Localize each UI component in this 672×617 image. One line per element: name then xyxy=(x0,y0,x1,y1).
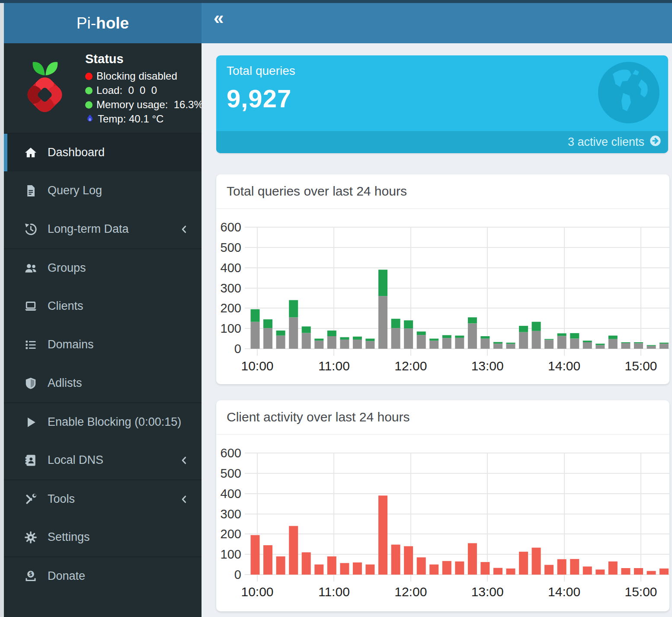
brand-text-light: Pi- xyxy=(77,14,96,32)
sidebar: Status Blocking disabledLoad: 0 0 0Memor… xyxy=(4,43,202,617)
sidebar-item-groups[interactable]: Groups xyxy=(4,248,202,287)
file-icon xyxy=(24,184,38,198)
sidebar-item-label: Clients xyxy=(48,299,83,313)
laptop-icon xyxy=(24,299,38,313)
svg-text:200: 200 xyxy=(221,301,241,315)
svg-text:0: 0 xyxy=(234,342,241,356)
status-text: Status Blocking disabledLoad: 0 0 0Memor… xyxy=(85,52,203,127)
tools-icon xyxy=(24,492,38,506)
sidebar-item-enable-blocking[interactable]: Enable Blocking (0:00:15) xyxy=(4,402,202,441)
queries-chart-header: Total queries over last 24 hours xyxy=(216,174,669,209)
main-header: Pi-hole « xyxy=(4,3,672,43)
gear-icon xyxy=(24,530,38,544)
status-label: Temp: 40.1 °C xyxy=(98,113,163,125)
chevron-left-icon xyxy=(179,224,189,235)
pihole-raspberry-logo-icon xyxy=(22,55,67,125)
address-book-icon xyxy=(24,453,38,467)
status-item-temperature-status: Temp: 40.1 °C xyxy=(85,113,203,125)
svg-text:12:00: 12:00 xyxy=(394,359,427,373)
brand-text-bold: hole xyxy=(96,14,129,32)
client-activity-chart[interactable]: 010020030040050060010:0011:0012:0013:001… xyxy=(216,435,669,610)
sidebar-item-label: Adlists xyxy=(48,376,82,390)
window-top-edge xyxy=(0,0,672,3)
queries-chart-title: Total queries over last 24 hours xyxy=(227,184,407,199)
clients-chart-title: Client activity over last 24 hours xyxy=(227,410,410,424)
active-clients-label: 3 active clients xyxy=(568,135,644,149)
play-icon xyxy=(24,415,38,429)
brand-logo[interactable]: Pi-hole xyxy=(4,3,202,43)
sidebar-item-donate[interactable]: $Donate xyxy=(4,556,202,595)
svg-text:14:00: 14:00 xyxy=(548,585,580,599)
sidebar-item-label: Enable Blocking (0:00:15) xyxy=(48,415,181,429)
svg-text:15:00: 15:00 xyxy=(624,359,657,373)
donate-icon: $ xyxy=(24,569,38,583)
sidebar-item-label: Tools xyxy=(48,492,75,506)
status-label: Memory usage: 16.3% xyxy=(96,99,203,111)
active-clients-link[interactable]: 3 active clients xyxy=(216,131,668,153)
svg-text:14:00: 14:00 xyxy=(548,359,580,373)
sidebar-item-clients[interactable]: Clients xyxy=(4,287,202,325)
svg-text:300: 300 xyxy=(221,507,241,521)
svg-text:400: 400 xyxy=(221,487,241,501)
svg-text:100: 100 xyxy=(221,547,241,561)
total-queries-card: Total queries 9,927 3 active clients xyxy=(216,55,668,153)
sidebar-item-query-log[interactable]: Query Log xyxy=(4,171,202,210)
globe-icon xyxy=(596,60,661,127)
sidebar-item-local-dns[interactable]: Local DNS xyxy=(4,441,202,479)
shield-icon xyxy=(24,376,38,390)
status-dot xyxy=(85,73,93,80)
sidebar-item-label: Long-term Data xyxy=(48,222,129,236)
sidebar-item-dashboard[interactable]: Dashboard xyxy=(4,133,202,171)
status-item-blocking-status: Blocking disabled xyxy=(85,70,203,82)
list-icon xyxy=(24,338,38,352)
status-label: Blocking disabled xyxy=(96,70,177,82)
svg-text:11:00: 11:00 xyxy=(318,585,350,599)
total-queries-chart[interactable]: 010020030040050060010:0011:0012:0013:001… xyxy=(216,209,669,384)
svg-text:600: 600 xyxy=(221,446,241,460)
queries-chart-card: Total queries over last 24 hours 0100200… xyxy=(216,174,669,384)
sidebar-item-adlists[interactable]: Adlists xyxy=(4,364,202,402)
svg-text:200: 200 xyxy=(221,527,241,541)
sidebar-collapse-icon[interactable]: « xyxy=(214,9,224,27)
svg-text:$: $ xyxy=(29,571,32,577)
svg-text:13:00: 13:00 xyxy=(471,359,504,373)
main-content: Total queries 9,927 3 active clients xyxy=(202,43,672,617)
svg-text:300: 300 xyxy=(221,281,241,295)
sidebar-item-tools[interactable]: Tools xyxy=(4,479,202,518)
svg-text:10:00: 10:00 xyxy=(241,359,273,373)
svg-text:0: 0 xyxy=(234,568,241,582)
sidebar-item-long-term-data[interactable]: Long-term Data xyxy=(4,210,202,248)
svg-text:100: 100 xyxy=(221,321,241,335)
svg-text:11:00: 11:00 xyxy=(318,359,350,373)
status-item-load-status: Load: 0 0 0 xyxy=(85,84,203,96)
sidebar-item-label: Groups xyxy=(48,261,86,275)
chevron-left-icon xyxy=(179,494,189,505)
sidebar-item-label: Domains xyxy=(48,338,94,351)
sidebar-item-domains[interactable]: Domains xyxy=(4,325,202,364)
status-dot xyxy=(85,101,93,109)
svg-text:500: 500 xyxy=(221,241,241,254)
status-label: Load: 0 0 0 xyxy=(96,84,157,96)
clients-chart-header: Client activity over last 24 hours xyxy=(216,400,669,435)
sidebar-item-label: Settings xyxy=(48,530,90,544)
sidebar-item-settings[interactable]: Settings xyxy=(4,518,202,556)
svg-text:15:00: 15:00 xyxy=(624,585,657,599)
clients-chart-card: Client activity over last 24 hours 01002… xyxy=(216,400,669,611)
svg-text:12:00: 12:00 xyxy=(394,585,427,599)
home-icon xyxy=(24,146,38,160)
svg-text:10:00: 10:00 xyxy=(241,585,273,599)
status-item-memory-status: Memory usage: 16.3% xyxy=(85,99,203,111)
sidebar-item-label: Donate xyxy=(48,569,85,583)
sidebar-item-label: Dashboard xyxy=(48,146,105,159)
status-panel: Status Blocking disabledLoad: 0 0 0Memor… xyxy=(4,43,202,133)
arrow-circle-right-icon xyxy=(650,135,661,150)
status-dot xyxy=(85,87,93,94)
sidebar-menu: DashboardQuery LogLong-term DataGroupsCl… xyxy=(4,133,202,595)
window-left-edge xyxy=(0,3,4,617)
users-icon xyxy=(24,261,38,275)
status-title: Status xyxy=(85,52,203,66)
svg-text:400: 400 xyxy=(221,261,241,275)
svg-text:600: 600 xyxy=(221,220,241,234)
top-navbar: « xyxy=(202,3,672,43)
history-icon xyxy=(24,222,38,236)
